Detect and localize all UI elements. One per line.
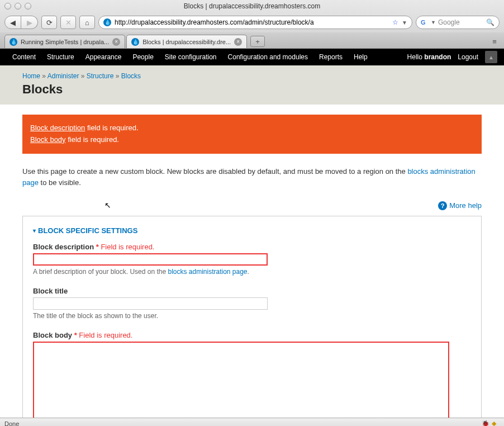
tab-simpletests[interactable]: 💧 Running SimpleTests | drupala... × — [4, 35, 125, 48]
more-help: ?More help — [22, 201, 482, 210]
help-block-description: A brief description of your block. Used … — [33, 268, 471, 276]
tab-close-icon[interactable]: × — [112, 38, 120, 46]
label-block-body: Block body * Field is required. — [33, 331, 471, 339]
search-icon[interactable]: 🔍 — [486, 18, 495, 26]
minimize-window-icon[interactable] — [15, 3, 21, 10]
help-block-title: The title of the block as shown to the u… — [33, 312, 471, 320]
field-block-body: Block body * Field is required. — [33, 331, 471, 418]
field-block-title: Block title The title of the block as sh… — [33, 287, 471, 320]
fieldset-legend[interactable]: ▾ BLOCK SPECIFIC SETTINGS — [33, 226, 471, 235]
textarea-block-body[interactable] — [33, 342, 449, 418]
nav-buttons: ◀ ▶ — [4, 16, 38, 29]
new-tab-button[interactable]: + — [250, 36, 265, 47]
toolbar-toggle-icon[interactable]: ▲ — [485, 51, 497, 63]
more-help-link[interactable]: More help — [449, 201, 482, 210]
info-icon: ? — [438, 201, 447, 210]
crumb-blocks[interactable]: Blocks — [121, 72, 141, 80]
url-input[interactable] — [115, 18, 389, 26]
close-window-icon[interactable] — [4, 3, 11, 10]
bookmark-star-icon[interactable]: ☆ — [392, 18, 398, 26]
drupal-favicon-icon: 💧 — [103, 18, 111, 26]
status-bar: Done 🐞 ◆ — [0, 418, 504, 426]
zoom-window-icon[interactable] — [25, 3, 31, 10]
menu-structure[interactable]: Structure — [41, 53, 80, 61]
firebug-icon[interactable]: 🐞 — [482, 420, 489, 427]
label-block-title: Block title — [33, 287, 471, 295]
menu-help[interactable]: Help — [348, 53, 373, 61]
status-text: Done — [4, 420, 19, 427]
blocks-admin-link[interactable]: blocks administration page — [168, 268, 247, 276]
menu-config-modules[interactable]: Configuration and modules — [222, 53, 313, 61]
error-line: Block body field is required. — [30, 134, 474, 146]
intro-text: Use this page to create a new custom blo… — [22, 166, 482, 190]
drupal-favicon-icon: 💧 — [9, 38, 17, 46]
hello-user: Hello brandon — [407, 53, 451, 61]
collapse-arrow-icon: ▾ — [33, 228, 36, 234]
drupal-favicon-icon: 💧 — [131, 38, 139, 46]
crumb-administer[interactable]: Administer — [47, 72, 79, 80]
page-viewport[interactable]: Content Structure Appearance People Site… — [0, 49, 504, 418]
tab-blocks[interactable]: 💧 Blocks | drupalaccessibility.dre... × — [126, 35, 247, 48]
breadcrumb: Home » Administer » Structure » Blocks — [22, 72, 482, 80]
window-title: Blocks | drupalaccessibility.dreamhoster… — [184, 2, 320, 10]
reload-button[interactable]: ⟳ — [41, 16, 57, 29]
error-link[interactable]: Block body — [30, 135, 66, 144]
input-block-title[interactable] — [33, 297, 268, 310]
logout-link[interactable]: Logout — [458, 53, 478, 61]
tab-list-button[interactable]: ≡ — [489, 36, 500, 46]
label-block-description: Block description * Field is required. — [33, 243, 471, 251]
titlebar: Blocks | drupalaccessibility.dreamhoster… — [0, 0, 504, 12]
crumb-structure[interactable]: Structure — [87, 72, 114, 80]
tab-label: Blocks | drupalaccessibility.dre... — [142, 39, 231, 45]
page-title: Blocks — [22, 82, 482, 97]
menu-people[interactable]: People — [127, 53, 159, 61]
block-settings-fieldset: ▾ BLOCK SPECIFIC SETTINGS Block descript… — [22, 216, 482, 418]
forward-button[interactable]: ▶ — [21, 16, 38, 29]
crumb-home[interactable]: Home — [22, 72, 40, 80]
browser-toolbar: ◀ ▶ ⟳ ✕ ⌂ 💧 ☆ ▼ ▼ Google 🔍 — [0, 12, 504, 32]
google-icon — [421, 18, 429, 26]
admin-toolbar: Content Structure Appearance People Site… — [0, 49, 504, 65]
browser-chrome: Blocks | drupalaccessibility.dreamhoster… — [0, 0, 504, 49]
tab-label: Running SimpleTests | drupala... — [21, 39, 109, 45]
dropdown-icon[interactable]: ▼ — [402, 20, 407, 26]
search-placeholder: Google — [438, 18, 460, 26]
menu-reports[interactable]: Reports — [313, 53, 348, 61]
error-messages: Block description field is required. Blo… — [22, 115, 482, 154]
home-button[interactable]: ⌂ — [79, 16, 95, 29]
search-bar[interactable]: ▼ Google 🔍 — [416, 16, 500, 29]
page-header: Home » Administer » Structure » Blocks B… — [0, 65, 504, 105]
stop-button[interactable]: ✕ — [60, 16, 76, 29]
tab-close-icon[interactable]: × — [234, 38, 242, 46]
menu-appearance[interactable]: Appearance — [80, 53, 127, 61]
menu-content[interactable]: Content — [7, 53, 41, 61]
field-block-description: Block description * Field is required. A… — [33, 243, 471, 276]
tab-strip: 💧 Running SimpleTests | drupala... × 💧 B… — [0, 32, 504, 48]
url-bar[interactable]: 💧 ☆ ▼ — [98, 16, 412, 29]
window-controls — [4, 3, 31, 10]
addon-icon[interactable]: ◆ — [492, 420, 500, 427]
menu-site-config[interactable]: Site configuration — [159, 53, 222, 61]
error-link[interactable]: Block description — [30, 124, 85, 132]
back-button[interactable]: ◀ — [4, 16, 21, 29]
input-block-description[interactable] — [33, 253, 268, 266]
error-line: Block description field is required. — [30, 122, 474, 134]
page-body: Block description field is required. Blo… — [0, 105, 504, 418]
